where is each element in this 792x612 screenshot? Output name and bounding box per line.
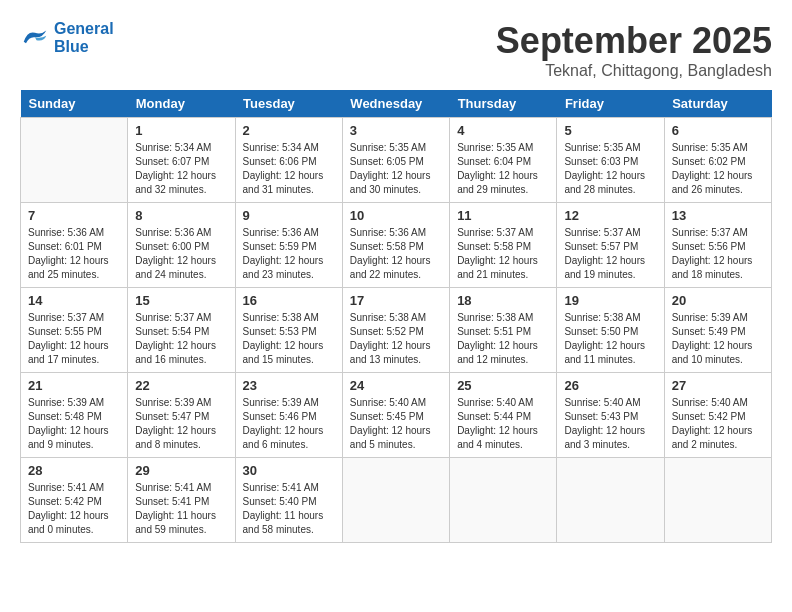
logo: General Blue [20, 20, 114, 56]
calendar-cell: 27Sunrise: 5:40 AM Sunset: 5:42 PM Dayli… [664, 373, 771, 458]
day-info: Sunrise: 5:39 AM Sunset: 5:46 PM Dayligh… [243, 396, 335, 452]
day-info: Sunrise: 5:35 AM Sunset: 6:05 PM Dayligh… [350, 141, 442, 197]
day-number: 16 [243, 293, 335, 308]
logo-text: General Blue [54, 20, 114, 56]
day-info: Sunrise: 5:37 AM Sunset: 5:58 PM Dayligh… [457, 226, 549, 282]
day-number: 8 [135, 208, 227, 223]
calendar-cell: 10Sunrise: 5:36 AM Sunset: 5:58 PM Dayli… [342, 203, 449, 288]
day-info: Sunrise: 5:39 AM Sunset: 5:49 PM Dayligh… [672, 311, 764, 367]
calendar-cell: 28Sunrise: 5:41 AM Sunset: 5:42 PM Dayli… [21, 458, 128, 543]
day-info: Sunrise: 5:35 AM Sunset: 6:04 PM Dayligh… [457, 141, 549, 197]
calendar-cell: 23Sunrise: 5:39 AM Sunset: 5:46 PM Dayli… [235, 373, 342, 458]
day-number: 5 [564, 123, 656, 138]
calendar-cell: 18Sunrise: 5:38 AM Sunset: 5:51 PM Dayli… [450, 288, 557, 373]
calendar-cell: 14Sunrise: 5:37 AM Sunset: 5:55 PM Dayli… [21, 288, 128, 373]
calendar-subtitle: Teknaf, Chittagong, Bangladesh [496, 62, 772, 80]
calendar-cell: 6Sunrise: 5:35 AM Sunset: 6:02 PM Daylig… [664, 118, 771, 203]
day-number: 11 [457, 208, 549, 223]
day-number: 27 [672, 378, 764, 393]
weekday-header-friday: Friday [557, 90, 664, 118]
day-info: Sunrise: 5:41 AM Sunset: 5:41 PM Dayligh… [135, 481, 227, 537]
calendar-week-5: 28Sunrise: 5:41 AM Sunset: 5:42 PM Dayli… [21, 458, 772, 543]
day-info: Sunrise: 5:35 AM Sunset: 6:03 PM Dayligh… [564, 141, 656, 197]
day-number: 3 [350, 123, 442, 138]
calendar-cell: 22Sunrise: 5:39 AM Sunset: 5:47 PM Dayli… [128, 373, 235, 458]
header: General Blue September 2025 Teknaf, Chit… [20, 20, 772, 80]
day-number: 28 [28, 463, 120, 478]
day-info: Sunrise: 5:38 AM Sunset: 5:53 PM Dayligh… [243, 311, 335, 367]
weekday-header-wednesday: Wednesday [342, 90, 449, 118]
calendar-cell: 26Sunrise: 5:40 AM Sunset: 5:43 PM Dayli… [557, 373, 664, 458]
day-number: 13 [672, 208, 764, 223]
calendar-cell: 30Sunrise: 5:41 AM Sunset: 5:40 PM Dayli… [235, 458, 342, 543]
day-info: Sunrise: 5:36 AM Sunset: 6:01 PM Dayligh… [28, 226, 120, 282]
day-number: 10 [350, 208, 442, 223]
calendar-cell: 8Sunrise: 5:36 AM Sunset: 6:00 PM Daylig… [128, 203, 235, 288]
day-info: Sunrise: 5:37 AM Sunset: 5:57 PM Dayligh… [564, 226, 656, 282]
title-section: September 2025 Teknaf, Chittagong, Bangl… [496, 20, 772, 80]
weekday-header-monday: Monday [128, 90, 235, 118]
day-number: 25 [457, 378, 549, 393]
calendar-cell: 11Sunrise: 5:37 AM Sunset: 5:58 PM Dayli… [450, 203, 557, 288]
day-info: Sunrise: 5:37 AM Sunset: 5:54 PM Dayligh… [135, 311, 227, 367]
day-number: 17 [350, 293, 442, 308]
day-number: 12 [564, 208, 656, 223]
calendar-week-2: 7Sunrise: 5:36 AM Sunset: 6:01 PM Daylig… [21, 203, 772, 288]
calendar-cell: 25Sunrise: 5:40 AM Sunset: 5:44 PM Dayli… [450, 373, 557, 458]
day-info: Sunrise: 5:36 AM Sunset: 5:58 PM Dayligh… [350, 226, 442, 282]
calendar-cell: 2Sunrise: 5:34 AM Sunset: 6:06 PM Daylig… [235, 118, 342, 203]
weekday-header-tuesday: Tuesday [235, 90, 342, 118]
day-number: 18 [457, 293, 549, 308]
calendar-cell: 12Sunrise: 5:37 AM Sunset: 5:57 PM Dayli… [557, 203, 664, 288]
calendar-table: SundayMondayTuesdayWednesdayThursdayFrid… [20, 90, 772, 543]
calendar-cell [21, 118, 128, 203]
day-number: 22 [135, 378, 227, 393]
day-info: Sunrise: 5:36 AM Sunset: 5:59 PM Dayligh… [243, 226, 335, 282]
calendar-week-3: 14Sunrise: 5:37 AM Sunset: 5:55 PM Dayli… [21, 288, 772, 373]
day-info: Sunrise: 5:35 AM Sunset: 6:02 PM Dayligh… [672, 141, 764, 197]
day-info: Sunrise: 5:39 AM Sunset: 5:47 PM Dayligh… [135, 396, 227, 452]
day-info: Sunrise: 5:34 AM Sunset: 6:07 PM Dayligh… [135, 141, 227, 197]
calendar-cell: 1Sunrise: 5:34 AM Sunset: 6:07 PM Daylig… [128, 118, 235, 203]
weekday-header-saturday: Saturday [664, 90, 771, 118]
logo-icon [20, 26, 50, 50]
calendar-cell: 16Sunrise: 5:38 AM Sunset: 5:53 PM Dayli… [235, 288, 342, 373]
day-number: 1 [135, 123, 227, 138]
day-number: 19 [564, 293, 656, 308]
day-info: Sunrise: 5:37 AM Sunset: 5:55 PM Dayligh… [28, 311, 120, 367]
calendar-cell [342, 458, 449, 543]
day-info: Sunrise: 5:41 AM Sunset: 5:40 PM Dayligh… [243, 481, 335, 537]
calendar-cell [664, 458, 771, 543]
calendar-cell: 7Sunrise: 5:36 AM Sunset: 6:01 PM Daylig… [21, 203, 128, 288]
calendar-cell: 20Sunrise: 5:39 AM Sunset: 5:49 PM Dayli… [664, 288, 771, 373]
calendar-week-4: 21Sunrise: 5:39 AM Sunset: 5:48 PM Dayli… [21, 373, 772, 458]
calendar-cell: 24Sunrise: 5:40 AM Sunset: 5:45 PM Dayli… [342, 373, 449, 458]
day-number: 21 [28, 378, 120, 393]
day-number: 6 [672, 123, 764, 138]
day-number: 30 [243, 463, 335, 478]
day-info: Sunrise: 5:37 AM Sunset: 5:56 PM Dayligh… [672, 226, 764, 282]
day-info: Sunrise: 5:40 AM Sunset: 5:43 PM Dayligh… [564, 396, 656, 452]
day-number: 23 [243, 378, 335, 393]
calendar-cell: 15Sunrise: 5:37 AM Sunset: 5:54 PM Dayli… [128, 288, 235, 373]
day-info: Sunrise: 5:40 AM Sunset: 5:44 PM Dayligh… [457, 396, 549, 452]
day-info: Sunrise: 5:36 AM Sunset: 6:00 PM Dayligh… [135, 226, 227, 282]
day-number: 29 [135, 463, 227, 478]
calendar-cell: 5Sunrise: 5:35 AM Sunset: 6:03 PM Daylig… [557, 118, 664, 203]
calendar-cell: 3Sunrise: 5:35 AM Sunset: 6:05 PM Daylig… [342, 118, 449, 203]
day-number: 14 [28, 293, 120, 308]
day-number: 9 [243, 208, 335, 223]
weekday-header-thursday: Thursday [450, 90, 557, 118]
calendar-week-1: 1Sunrise: 5:34 AM Sunset: 6:07 PM Daylig… [21, 118, 772, 203]
calendar-cell: 13Sunrise: 5:37 AM Sunset: 5:56 PM Dayli… [664, 203, 771, 288]
day-info: Sunrise: 5:41 AM Sunset: 5:42 PM Dayligh… [28, 481, 120, 537]
day-info: Sunrise: 5:40 AM Sunset: 5:42 PM Dayligh… [672, 396, 764, 452]
calendar-title: September 2025 [496, 20, 772, 62]
weekday-header-row: SundayMondayTuesdayWednesdayThursdayFrid… [21, 90, 772, 118]
calendar-cell: 9Sunrise: 5:36 AM Sunset: 5:59 PM Daylig… [235, 203, 342, 288]
day-info: Sunrise: 5:39 AM Sunset: 5:48 PM Dayligh… [28, 396, 120, 452]
day-number: 2 [243, 123, 335, 138]
calendar-cell: 29Sunrise: 5:41 AM Sunset: 5:41 PM Dayli… [128, 458, 235, 543]
calendar-cell [450, 458, 557, 543]
calendar-cell: 4Sunrise: 5:35 AM Sunset: 6:04 PM Daylig… [450, 118, 557, 203]
